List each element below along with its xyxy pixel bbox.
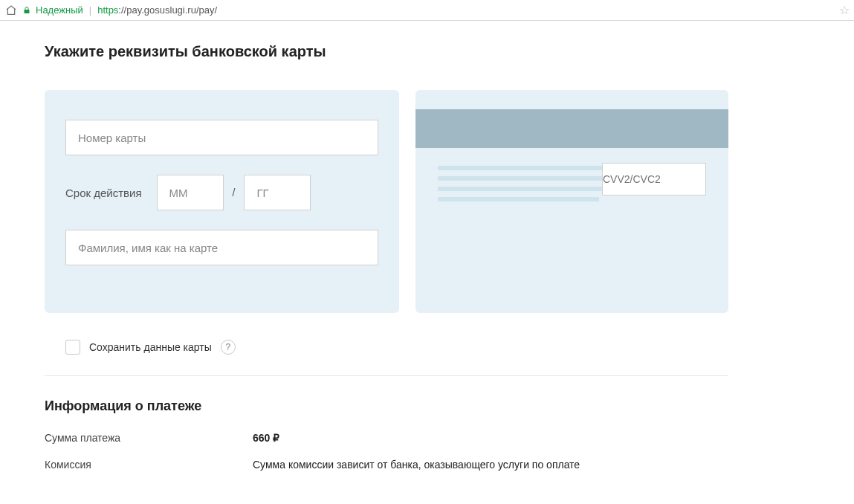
expiry-row: Срок действия /: [65, 175, 378, 210]
expiry-month-input[interactable]: [157, 175, 224, 210]
svg-rect-0: [25, 10, 30, 13]
save-card-checkbox[interactable]: [65, 340, 80, 355]
browser-address-bar: Надежный | https://pay.gosuslugi.ru/pay/…: [0, 0, 854, 21]
expiry-label: Срок действия: [65, 187, 142, 199]
home-icon[interactable]: [4, 4, 18, 17]
help-symbol: ?: [225, 342, 230, 352]
card-front-panel: Срок действия /: [45, 90, 399, 313]
signature-line: [438, 197, 599, 201]
page-content: Укажите реквизиты банковской карты Срок …: [45, 43, 728, 471]
amount-value: 660 ₽: [253, 432, 279, 444]
separator: |: [89, 4, 91, 16]
currency-symbol: ₽: [273, 432, 279, 444]
url-scheme: https: [97, 4, 118, 16]
lock-icon: [22, 6, 31, 15]
url-rest: ://pay.gosuslugi.ru/pay/: [118, 4, 217, 16]
expiry-year-input[interactable]: [244, 175, 311, 210]
expiry-slash: /: [233, 187, 236, 198]
fee-label: Комиссия: [45, 459, 253, 471]
card-panels: Срок действия /: [45, 90, 728, 313]
url[interactable]: https://pay.gosuslugi.ru/pay/: [97, 4, 217, 16]
amount-number: 660: [253, 432, 270, 444]
fee-value: Сумма комиссии зависит от банка, оказыва…: [253, 459, 580, 471]
magnetic-stripe: [415, 109, 728, 148]
help-icon[interactable]: ?: [221, 340, 236, 355]
secure-label: Надежный: [36, 4, 83, 16]
amount-row: Сумма платежа 660 ₽: [45, 432, 728, 444]
card-number-input[interactable]: [65, 120, 378, 155]
signature-area: [438, 166, 706, 201]
save-card-row: Сохранить данные карты ?: [45, 335, 728, 376]
amount-label: Сумма платежа: [45, 432, 253, 444]
cvv-input[interactable]: [602, 163, 706, 196]
cardholder-name-input[interactable]: [65, 230, 378, 265]
payment-info-heading: Информация о платеже: [45, 398, 728, 414]
save-card-label: Сохранить данные карты: [89, 341, 212, 353]
fee-row: Комиссия Сумма комиссии зависит от банка…: [45, 459, 728, 471]
address-wrap: Надежный | https://pay.gosuslugi.ru/pay/: [22, 4, 835, 16]
form-heading: Укажите реквизиты банковской карты: [45, 43, 728, 60]
card-back-panel: [415, 90, 728, 313]
bookmark-star-icon[interactable]: ☆: [839, 3, 850, 17]
